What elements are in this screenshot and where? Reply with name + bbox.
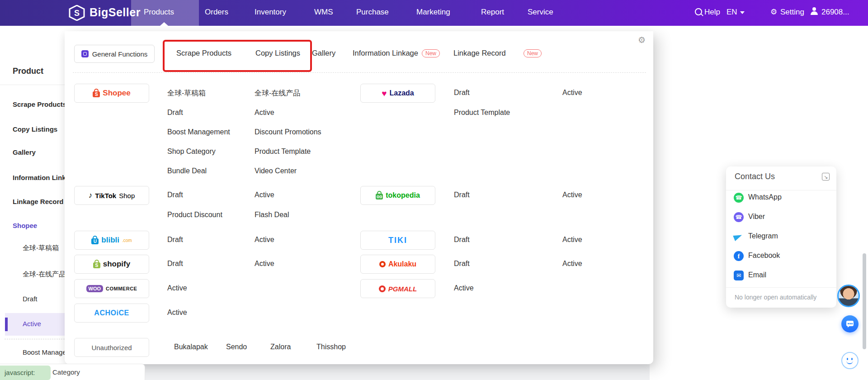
- menu-link-thisshop[interactable]: Thisshop: [316, 343, 346, 351]
- feedback-float-button[interactable]: [841, 352, 859, 369]
- user-icon[interactable]: [811, 7, 818, 14]
- contact-item-whatsapp[interactable]: WhatsApp: [748, 193, 782, 201]
- nav-user-id[interactable]: 26908...: [821, 8, 849, 17]
- menu-link-tiki-active[interactable]: Active: [562, 236, 582, 244]
- nav-item-service[interactable]: Service: [528, 8, 553, 17]
- menu-link-woocommerce-active[interactable]: Active: [167, 284, 187, 292]
- tab-linkage-record[interactable]: Linkage Record: [453, 49, 506, 57]
- platform-button-lazada[interactable]: ♥Lazada: [360, 84, 435, 103]
- menu-link-bukalapak[interactable]: Bukalapak: [174, 343, 208, 351]
- menu-link-shopify-draft[interactable]: Draft: [167, 260, 183, 268]
- shopee-bag-icon: S: [93, 91, 100, 97]
- tab-scrape-products[interactable]: Scrape Products: [176, 49, 231, 57]
- chat-float-button[interactable]: [841, 315, 859, 332]
- menu-link-tiktok-draft[interactable]: Draft: [167, 191, 183, 199]
- sidebar-item-gallery[interactable]: Gallery: [13, 148, 36, 156]
- sidebar-item-information-linkage[interactable]: Information Linkage: [13, 174, 65, 181]
- sidebar-item-global-online[interactable]: 全球-在线产品: [23, 270, 65, 279]
- top-navbar: S BigSeller Products Orders Inventory WM…: [0, 0, 868, 26]
- nav-item-marketing[interactable]: Marketing: [416, 8, 450, 17]
- nav-help[interactable]: Help: [704, 8, 720, 17]
- menu-link-lazada-product-template[interactable]: Product Template: [454, 109, 510, 117]
- contact-item-telegram[interactable]: Telegram: [748, 232, 778, 240]
- menu-link-boost-management[interactable]: Boost Management: [167, 128, 230, 136]
- menu-dashed-divider: [73, 72, 646, 73]
- menu-link-product-template[interactable]: Product Template: [255, 147, 311, 156]
- nav-item-products[interactable]: Products: [144, 8, 174, 17]
- popup-footer-note[interactable]: No longer open automatically: [735, 294, 816, 301]
- menu-link-tokopedia-active[interactable]: Active: [562, 191, 582, 199]
- nav-item-wms[interactable]: WMS: [314, 8, 333, 17]
- platform-button-shopee[interactable]: SShopee: [74, 84, 149, 103]
- settings-gear-icon[interactable]: ⚙: [770, 7, 777, 17]
- minimize-icon[interactable]: ↘: [822, 173, 830, 180]
- menu-link-achoice-active[interactable]: Active: [167, 309, 187, 317]
- platform-button-tokopedia[interactable]: ootokopedia: [360, 186, 435, 205]
- sidebar-item-linkage-record[interactable]: Linkage Record: [13, 198, 64, 205]
- menu-link-discount-promotions[interactable]: Discount Promotions: [255, 128, 321, 136]
- platform-button-shopify[interactable]: Sshopify: [74, 255, 149, 274]
- nav-language[interactable]: EN: [726, 8, 745, 17]
- menu-link-shopee-active[interactable]: Active: [255, 109, 274, 117]
- sidebar-item-draft[interactable]: Draft: [23, 295, 38, 303]
- sidebar-item-boost-management[interactable]: Boost Management: [23, 348, 65, 356]
- nav-item-inventory[interactable]: Inventory: [255, 8, 286, 17]
- platform-button-pgmall[interactable]: PGMALL: [360, 279, 435, 298]
- platform-button-unauthorized[interactable]: Unauthorized: [74, 338, 149, 357]
- menu-link-shop-category[interactable]: Shop Category: [167, 147, 216, 156]
- menu-link-blibli-active[interactable]: Active: [255, 236, 274, 244]
- help-icon[interactable]: [695, 8, 702, 15]
- menu-link-zalora[interactable]: Zalora: [270, 343, 291, 351]
- nav-item-orders[interactable]: Orders: [205, 8, 228, 17]
- nav-item-report[interactable]: Report: [481, 8, 504, 17]
- tab-information-linkage[interactable]: Information Linkage: [353, 49, 418, 57]
- menu-link-video-center[interactable]: Video Center: [255, 167, 297, 175]
- platform-button-akulaku[interactable]: Akulaku: [360, 255, 435, 274]
- menu-link-shopee-draft[interactable]: Draft: [167, 109, 183, 117]
- platform-button-woocommerce[interactable]: WOOCOMMERCE: [74, 279, 149, 298]
- vertical-scrollbar[interactable]: [863, 253, 866, 349]
- sidebar-active-bar: [5, 318, 8, 331]
- platform-button-tiktok[interactable]: ♪TikTokShop: [74, 186, 149, 205]
- contact-popup-title: Contact Us: [735, 172, 775, 181]
- sidebar-divider: [0, 85, 65, 85]
- tab-gallery[interactable]: Gallery: [312, 49, 335, 57]
- facebook-icon: f: [734, 251, 744, 261]
- menu-link-tokopedia-draft[interactable]: Draft: [454, 191, 470, 199]
- sidebar-item-scrape-products[interactable]: Scrape Products: [13, 100, 65, 108]
- platform-button-achoice[interactable]: ACHOiCE: [74, 304, 149, 323]
- sidebar-item-category[interactable]: Category: [52, 368, 80, 376]
- contact-item-email[interactable]: Email: [748, 271, 766, 279]
- menu-link-tiki-draft[interactable]: Draft: [454, 236, 470, 244]
- menu-link-akulaku-active[interactable]: Active: [562, 260, 582, 268]
- menu-link-flash-deal[interactable]: Flash Deal: [255, 211, 289, 219]
- menu-link-product-discount[interactable]: Product Discount: [167, 211, 222, 219]
- menu-link-sendo[interactable]: Sendo: [226, 343, 247, 351]
- contact-item-facebook[interactable]: Facebook: [748, 252, 780, 260]
- menu-link-akulaku-draft[interactable]: Draft: [454, 260, 470, 268]
- platform-button-blibli[interactable]: Ublibli.com: [74, 231, 149, 250]
- customer-service-avatar[interactable]: [837, 285, 860, 307]
- platform-button-tiki[interactable]: TIKI: [360, 231, 435, 250]
- menu-link-lazada-active[interactable]: Active: [562, 89, 582, 97]
- general-functions-button[interactable]: General Functions: [74, 45, 155, 63]
- menu-link-shopify-active[interactable]: Active: [255, 260, 274, 268]
- nav-item-purchase[interactable]: Purchase: [356, 8, 389, 17]
- sidebar-item-global-draftbox[interactable]: 全球-草稿箱: [23, 244, 59, 252]
- menu-gear-icon[interactable]: ⚙: [638, 35, 646, 45]
- menu-link-lazada-draft[interactable]: Draft: [454, 89, 470, 97]
- tiktok-note-icon: ♪: [89, 191, 93, 200]
- menu-link-tiktok-active[interactable]: Active: [255, 191, 274, 199]
- menu-link-pgmall-active[interactable]: Active: [454, 284, 474, 292]
- contact-item-viber[interactable]: Viber: [748, 213, 765, 221]
- menu-link-global-draftbox[interactable]: 全球-草稿箱: [167, 89, 206, 98]
- sidebar-item-copy-listings[interactable]: Copy Listings: [13, 125, 57, 133]
- tab-copy-listings[interactable]: Copy Listings: [255, 49, 300, 57]
- nav-setting[interactable]: Setting: [780, 8, 804, 17]
- sidebar-item-active[interactable]: Active: [23, 320, 41, 328]
- menu-link-global-online[interactable]: 全球-在线产品: [255, 89, 300, 98]
- menu-link-blibli-draft[interactable]: Draft: [167, 236, 183, 244]
- email-icon: ✉: [734, 271, 744, 280]
- menu-link-bundle-deal[interactable]: Bundle Deal: [167, 167, 207, 175]
- sidebar-item-shopee[interactable]: Shopee: [13, 222, 37, 229]
